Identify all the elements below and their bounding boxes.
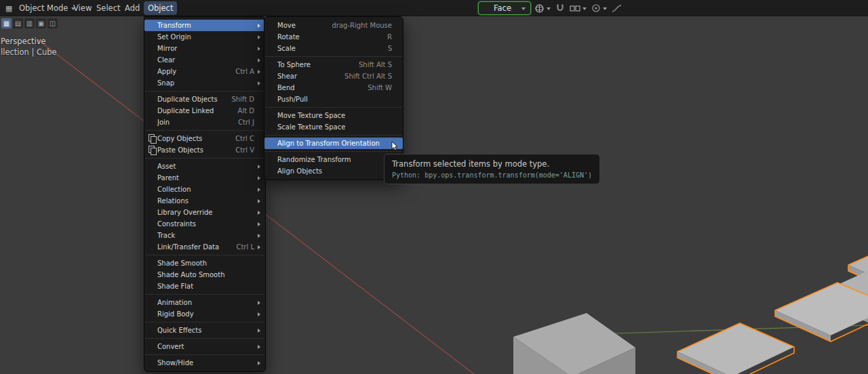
menu-item-shortcut: Shift W [368,84,392,91]
submenu-arrow-icon [258,199,260,203]
menu-item-label: Transform [157,22,250,29]
item-icon [148,95,157,104]
menu-item[interactable]: Apply Ctrl A [144,66,265,77]
menu-item-label: Copy Objects [157,135,231,142]
menu-item-label: Library Override [157,209,250,216]
item-icon [148,282,157,291]
snap-toggle-button[interactable] [555,3,565,13]
item-icon [148,342,157,351]
menu-item[interactable]: To Sphere Shift Alt S [264,59,403,70]
menu-item[interactable]: Rigid Body [144,308,265,320]
menu-item[interactable]: Convert [144,341,265,352]
menu-item[interactable]: Library Override [144,207,265,218]
cube-object[interactable] [513,313,635,374]
menu-item[interactable]: Transform [144,20,265,31]
snap-mode-button[interactable] [570,4,587,13]
menu-item[interactable]: Copy Objects Ctrl C [144,133,265,144]
submenu-arrow-icon [258,329,260,333]
menu-item[interactable]: Relations [144,195,265,207]
menu-item[interactable]: Move drag-Right Mouse [264,20,403,31]
menu-item[interactable]: Move Texture Space [264,110,403,121]
menu-item[interactable]: Set Origin [144,31,265,43]
menu-item[interactable]: Shade Smooth [144,257,265,269]
snap-target-dropdown[interactable]: Face [478,1,531,15]
menu-item-shortcut: Ctrl L [236,243,254,251]
copy-icon [148,134,157,143]
menu-item[interactable]: Randomize Transform [264,154,403,165]
menu-item[interactable]: Track [144,230,265,241]
submenu-arrow-icon [258,165,260,169]
menu-item-label: Scale Texture Space [277,123,388,131]
menu-item[interactable]: Quick Effects [144,325,265,336]
item-icon [148,243,157,251]
mode-icon-3[interactable]: ▥ [24,18,35,28]
submenu-arrow-icon [258,361,260,365]
menu-separator [265,56,402,57]
proportional-editing-button[interactable] [591,3,607,13]
menu-item-label: Apply [157,68,231,75]
snap-mode-icon [570,4,580,13]
item-icon [148,208,157,217]
menu-item[interactable]: Duplicate Objects Shift D [144,94,265,105]
menu-item[interactable]: Align Objects [264,165,403,177]
menu-item[interactable]: Scale Texture Space [264,121,403,133]
proportional-editing-icon [591,3,601,13]
menu-item[interactable]: Animation [144,297,265,308]
submenu-arrow-icon [258,58,260,62]
menu-separator [145,158,264,159]
viewport-3d[interactable] [0,0,868,374]
menu-item-label: Link/Transfer Data [157,243,232,251]
menu-item[interactable]: Constraints [144,218,265,230]
menu-item[interactable]: Shear Shift Ctrl Alt S [264,70,403,82]
menu-item-shortcut: Shift Alt S [359,61,392,68]
menu-add[interactable]: Add [121,1,144,15]
menu-item-shortcut: S [388,45,392,52]
snap-magnet-icon [555,3,565,13]
menu-item[interactable]: Duplicate Linked Alt D [144,105,265,117]
chevron-down-icon [521,7,526,10]
falloff-curve-icon [612,4,622,13]
menu-item[interactable]: Clear [144,54,265,66]
menu-item[interactable]: Bend Shift W [264,82,403,94]
menu-item[interactable]: Paste Objects Ctrl V [144,144,265,156]
slab-object-selected-middle[interactable] [775,283,868,341]
menu-item-shortcut: Ctrl A [235,68,254,75]
menu-item[interactable]: Push/Pull [264,94,403,105]
item-icon [268,33,277,41]
menu-item[interactable]: Parent [144,172,265,184]
menu-item[interactable]: Link/Transfer Data Ctrl L [144,241,265,253]
menu-add-label: Add [125,3,140,13]
falloff-button[interactable] [612,4,622,13]
mode-icon-5[interactable]: ◫ [47,18,58,28]
mode-icon-2[interactable]: ▤ [13,18,23,28]
submenu-arrow-icon [258,47,260,51]
transform-orientation-button[interactable] [534,3,551,14]
submenu-arrow-icon [258,24,260,28]
menu-item[interactable]: Align to Transform Orientation [264,138,403,149]
menu-item[interactable]: Mirror [144,43,265,54]
menu-item[interactable]: Scale S [264,43,403,54]
menu-item-label: Rigid Body [157,310,250,318]
menu-select[interactable]: Select [92,1,124,15]
menu-item-label: To Sphere [277,61,355,68]
menu-item-label: Shade Smooth [157,259,250,267]
item-icon [148,56,157,64]
submenu-arrow-icon [258,81,260,85]
menu-item-label: Asset [157,163,250,170]
menu-object[interactable]: Object [144,1,177,15]
menu-item-label: Bend [277,84,363,91]
item-icon [148,67,157,76]
menu-item[interactable]: Snap [144,77,265,89]
menu-item[interactable]: Join Ctrl J [144,117,265,128]
menu-item[interactable]: Asset [144,161,265,172]
menu-item[interactable]: Rotate R [264,31,403,43]
mode-icon-4[interactable]: ▣ [36,18,46,28]
menu-item[interactable]: Shade Flat [144,280,265,292]
menu-item-label: Quick Effects [157,327,250,334]
menu-item[interactable]: Collection [144,184,265,195]
tool-strip: ▦ ▤ ▥ ▣ ◫ [1,18,58,28]
menu-item[interactable]: Shade Auto Smooth [144,269,265,280]
mode-icon-1[interactable]: ▦ [1,18,12,28]
menu-item[interactable]: Show/Hide [144,357,265,369]
menu-separator [145,354,264,355]
